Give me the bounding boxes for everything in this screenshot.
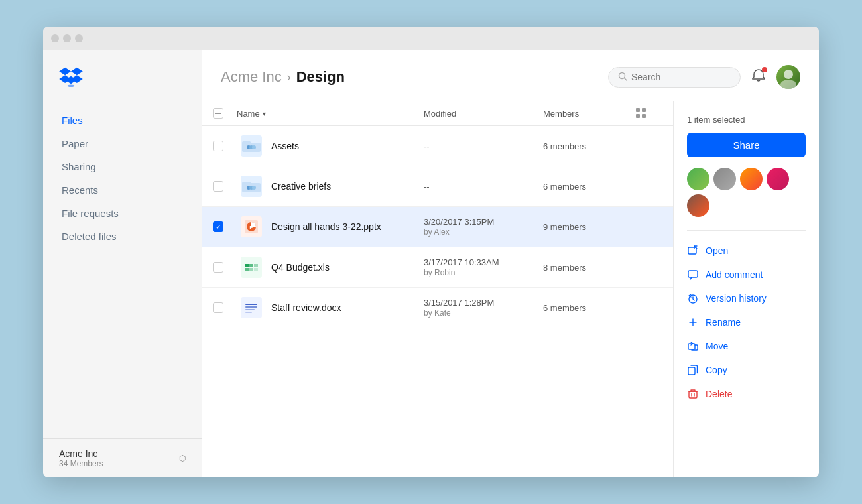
footer-info: Acme Inc 34 Members [59, 448, 103, 468]
members-staff-review: 6 members [543, 303, 636, 313]
file-name-design-all-hands[interactable]: Design all hands 3-22.pptx [266, 221, 424, 232]
search-input[interactable] [631, 72, 747, 82]
sidebar: Files Paper Sharing Recents File request… [43, 50, 202, 477]
svg-point-3 [784, 70, 793, 79]
svg-point-4 [780, 80, 796, 89]
file-name-assets[interactable]: Assets [266, 141, 424, 151]
divider [687, 230, 806, 231]
content-area: Name ▾ Modified Members [202, 101, 819, 477]
breadcrumb-parent[interactable]: Acme Inc [221, 68, 282, 86]
member-avatar-3 [740, 168, 763, 190]
action-delete[interactable]: Delete [687, 382, 806, 406]
svg-point-0 [68, 85, 75, 88]
open-icon [687, 245, 699, 257]
browser-window: Files Paper Sharing Recents File request… [43, 27, 819, 477]
action-copy-label: Copy [706, 365, 727, 375]
checkbox-creative-briefs[interactable] [213, 181, 223, 192]
folder-shared-icon [241, 135, 262, 157]
file-icon-creative-briefs [237, 176, 266, 197]
modified-staff-review: 3/15/2017 1:28PM by Kate [424, 298, 543, 318]
member-avatar-4 [767, 168, 789, 190]
svg-rect-21 [249, 268, 253, 271]
title-bar [43, 27, 819, 50]
minimize-button[interactable] [63, 34, 71, 42]
modified-assets: -- [424, 141, 543, 151]
svg-rect-22 [254, 268, 258, 271]
dropbox-logo-icon [59, 66, 83, 88]
maximize-button[interactable] [75, 34, 83, 42]
action-rename-label: Rename [706, 317, 741, 328]
xlsx-icon [241, 257, 262, 278]
file-table-header: Name ▾ Modified Members [202, 101, 673, 126]
rename-icon [687, 316, 699, 328]
file-row-q4-budget: Q4 Budget.xls 3/17/2017 10:33AM by Robin… [202, 247, 673, 288]
checkbox-assets[interactable] [213, 141, 223, 151]
share-button[interactable]: Share [687, 133, 806, 157]
action-delete-label: Delete [706, 389, 732, 399]
member-avatar-5 [687, 194, 709, 217]
svg-text:P: P [249, 225, 253, 231]
select-all-checkbox[interactable] [213, 108, 223, 119]
svg-point-8 [252, 145, 256, 149]
file-icon-staff-review [237, 297, 266, 318]
sidebar-item-paper[interactable]: Paper [43, 132, 202, 155]
search-box[interactable] [608, 67, 741, 88]
history-icon [687, 292, 699, 304]
file-name-staff-review[interactable]: Staff review.docx [266, 302, 424, 313]
members-assets: 6 members [543, 141, 636, 151]
sidebar-footer[interactable]: Acme Inc 34 Members ⬡ [43, 438, 202, 477]
action-version-history[interactable]: Version history [687, 286, 806, 310]
checkbox-q4-budget[interactable] [213, 262, 223, 273]
svg-line-2 [625, 78, 627, 80]
action-copy[interactable]: Copy [687, 358, 806, 382]
main-header: Acme Inc › Design [202, 50, 819, 101]
window-body: Files Paper Sharing Recents File request… [43, 50, 819, 477]
notification-button[interactable] [751, 68, 766, 86]
close-button[interactable] [51, 34, 59, 42]
action-move[interactable]: Move [687, 334, 806, 358]
logo [43, 66, 202, 109]
sidebar-item-recents[interactable]: Recents [43, 178, 202, 202]
svg-rect-25 [245, 306, 257, 308]
file-row-assets: Assets -- 6 members [202, 126, 673, 166]
file-icon-design-all-hands: P [237, 216, 266, 237]
file-list-area: Name ▾ Modified Members [202, 101, 673, 477]
sidebar-item-sharing[interactable]: Sharing [43, 155, 202, 178]
org-name: Acme Inc [59, 448, 103, 459]
svg-point-11 [252, 186, 256, 190]
svg-rect-5 [215, 113, 221, 115]
sidebar-item-file-requests[interactable]: File requests [43, 202, 202, 225]
file-row-design-all-hands: ✓ P [202, 207, 673, 247]
file-icon-assets [237, 135, 266, 157]
comment-icon [687, 269, 699, 281]
checkbox-design-all-hands[interactable]: ✓ [213, 221, 223, 232]
column-header-name[interactable]: Name ▾ [237, 109, 424, 119]
svg-rect-29 [688, 271, 698, 277]
docx-icon [241, 297, 262, 318]
action-open[interactable]: Open [687, 239, 806, 263]
members-q4-budget: 8 members [543, 263, 636, 273]
org-members: 34 Members [59, 459, 103, 468]
breadcrumb-current: Design [296, 68, 345, 86]
modified-design-all-hands: 3/20/2017 3:15PM by Alex [424, 217, 543, 237]
svg-rect-26 [245, 309, 255, 310]
move-icon [687, 340, 699, 352]
member-avatar-2 [713, 168, 736, 190]
file-name-creative-briefs[interactable]: Creative briefs [266, 181, 424, 192]
file-name-q4-budget[interactable]: Q4 Budget.xls [266, 262, 424, 273]
sidebar-item-files[interactable]: Files [43, 109, 202, 132]
action-add-comment[interactable]: Add comment [687, 263, 806, 286]
selected-count: 1 item selected [687, 115, 806, 125]
search-icon [618, 72, 627, 83]
view-toggle-icon[interactable] [636, 108, 646, 119]
action-rename[interactable]: Rename [687, 310, 806, 334]
action-move-label: Move [706, 341, 728, 351]
sidebar-item-deleted-files[interactable]: Deleted files [43, 225, 202, 248]
breadcrumb-separator: › [287, 70, 291, 84]
svg-rect-28 [688, 247, 696, 254]
checkbox-staff-review[interactable] [213, 302, 223, 313]
member-avatar-1 [687, 168, 709, 190]
modified-creative-briefs: -- [424, 182, 543, 192]
column-header-members: Members [543, 109, 636, 119]
user-avatar[interactable] [776, 65, 800, 89]
